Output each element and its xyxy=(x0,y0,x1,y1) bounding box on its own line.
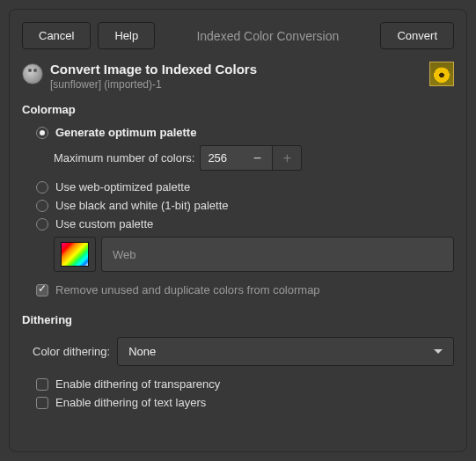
radio-custom-palette[interactable] xyxy=(36,218,48,230)
palette-name-field[interactable]: Web xyxy=(101,237,454,272)
checkbox-dither-text-layers[interactable] xyxy=(36,397,48,409)
label-remove-duplicates: Remove unused and duplicate colors from … xyxy=(55,283,320,296)
label-custom-palette: Use custom palette xyxy=(55,217,153,230)
radio-web-palette[interactable] xyxy=(36,181,48,194)
checkbox-dither-transparency[interactable] xyxy=(36,378,48,391)
dialog-title: Indexed Color Conversion xyxy=(162,29,373,43)
radio-generate-palette[interactable] xyxy=(36,127,48,139)
cancel-button[interactable]: Cancel xyxy=(22,22,91,49)
dialog-top-bar: Cancel Help Indexed Color Conversion Con… xyxy=(22,22,454,49)
dithering-section-title: Dithering xyxy=(22,313,454,326)
max-colors-decrement[interactable]: − xyxy=(242,145,272,171)
max-colors-field: − + xyxy=(200,145,302,171)
checkbox-remove-duplicates[interactable] xyxy=(36,284,48,296)
radio-bw-palette[interactable] xyxy=(36,200,48,212)
max-colors-increment[interactable]: + xyxy=(272,145,302,171)
convert-button[interactable]: Convert xyxy=(380,22,454,49)
dialog-header: Convert Image to Indexed Colors [sunflow… xyxy=(22,62,454,91)
app-icon xyxy=(22,63,43,84)
palette-name-text: Web xyxy=(113,248,136,261)
header-subtitle: [sunflower] (imported)-1 xyxy=(50,78,422,91)
label-bw-palette: Use black and white (1-bit) palette xyxy=(55,199,229,212)
color-dithering-select[interactable]: None xyxy=(117,337,454,366)
palette-picker-button[interactable] xyxy=(54,237,96,272)
colormap-section-title: Colormap xyxy=(22,103,454,116)
label-generate-palette: Generate optimum palette xyxy=(55,126,196,139)
label-web-palette: Use web-optimized palette xyxy=(55,180,190,194)
indexed-color-dialog: Cancel Help Indexed Color Conversion Con… xyxy=(9,9,467,452)
label-color-dithering: Color dithering: xyxy=(33,345,110,358)
color-dithering-value: None xyxy=(128,345,156,358)
palette-swatch-icon xyxy=(61,242,89,267)
max-colors-input[interactable] xyxy=(200,145,242,171)
label-max-colors: Maximum number of colors: xyxy=(54,151,194,165)
label-dither-text-layers: Enable dithering of text layers xyxy=(55,396,206,409)
label-dither-transparency: Enable dithering of transparency xyxy=(55,377,220,391)
help-button[interactable]: Help xyxy=(98,22,155,49)
header-title: Convert Image to Indexed Colors xyxy=(50,62,422,77)
chevron-down-icon xyxy=(434,349,443,354)
image-thumbnail xyxy=(429,62,454,86)
